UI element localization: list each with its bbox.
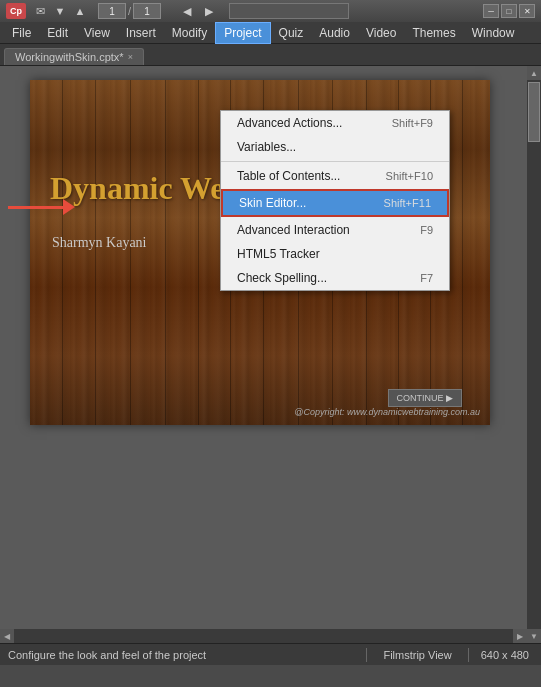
status-bar: Configure the look and feel of the proje… — [0, 643, 541, 665]
plank-line — [462, 80, 463, 425]
tab-label: WorkingwithSkin.cptx* — [15, 51, 124, 63]
menu-check-spelling[interactable]: Check Spelling... F7 — [221, 266, 449, 290]
active-tab[interactable]: WorkingwithSkin.cptx* × — [4, 48, 144, 65]
status-view: Filmstrip View — [367, 649, 467, 661]
nav-right-icon[interactable]: ▶ — [201, 3, 217, 19]
status-message: Configure the look and feel of the proje… — [0, 649, 366, 661]
total-pages: 1 — [133, 3, 161, 19]
skin-editor-label: Skin Editor... — [239, 196, 306, 210]
plank-line — [62, 80, 63, 425]
close-button[interactable]: ✕ — [519, 4, 535, 18]
scroll-thumb[interactable] — [528, 82, 540, 142]
title-bar: Cp ✉ ▼ ▲ 1 / 1 ◀ ▶ ─ □ ✕ — [0, 0, 541, 22]
scroll-up-button[interactable]: ▲ — [527, 66, 541, 80]
slide-subtitle: Sharmyn Kayani — [52, 235, 146, 251]
slide-copyright: @Copyright: www.dynamicwebtraining.com.a… — [294, 407, 480, 417]
arrow-head — [63, 199, 75, 215]
scroll-right-button[interactable]: ▶ — [513, 629, 527, 643]
check-spelling-label: Check Spelling... — [237, 271, 327, 285]
scrollbar-vertical: ▲ ▼ — [527, 66, 541, 643]
plank-line — [130, 80, 131, 425]
menu-audio[interactable]: Audio — [311, 22, 358, 44]
toc-shortcut: Shift+F10 — [386, 170, 433, 182]
menu-file[interactable]: File — [4, 22, 39, 44]
menu-html5-tracker[interactable]: HTML5 Tracker — [221, 242, 449, 266]
menu-project[interactable]: Project — [215, 22, 270, 44]
plank-line — [95, 80, 96, 425]
tab-bar: WorkingwithSkin.cptx* × — [0, 44, 541, 66]
toolbar-controls: ✉ ▼ ▲ — [32, 3, 88, 19]
red-arrow — [8, 199, 75, 215]
plank-line — [198, 80, 199, 425]
menu-edit[interactable]: Edit — [39, 22, 76, 44]
skin-editor-shortcut: Shift+F11 — [384, 197, 431, 209]
menu-window[interactable]: Window — [464, 22, 523, 44]
minimize-button[interactable]: ─ — [483, 4, 499, 18]
menu-skin-editor[interactable]: Skin Editor... Shift+F11 — [221, 189, 449, 217]
advanced-actions-shortcut: Shift+F9 — [392, 117, 433, 129]
current-page[interactable]: 1 — [98, 3, 126, 19]
toc-label: Table of Contents... — [237, 169, 340, 183]
menu-modify[interactable]: Modify — [164, 22, 215, 44]
menu-toc[interactable]: Table of Contents... Shift+F10 — [221, 164, 449, 188]
scroll-track-vertical[interactable] — [527, 80, 541, 629]
page-nav: 1 / 1 — [98, 3, 161, 19]
continue-button[interactable]: CONTINUE ▶ — [388, 389, 463, 407]
advanced-interaction-shortcut: F9 — [420, 224, 433, 236]
main-area: Dynamic Web Training Sharmyn Kayani CONT… — [0, 66, 541, 643]
maximize-button[interactable]: □ — [501, 4, 517, 18]
check-spelling-shortcut: F7 — [420, 272, 433, 284]
status-dimensions: 640 x 480 — [469, 649, 541, 661]
nav-separator: / — [128, 5, 131, 17]
advanced-actions-label: Advanced Actions... — [237, 116, 342, 130]
email-icon[interactable]: ✉ — [32, 3, 48, 19]
menu-video[interactable]: Video — [358, 22, 404, 44]
menu-bar: File Edit View Insert Modify Project Qui… — [0, 22, 541, 44]
tab-close-button[interactable]: × — [128, 52, 133, 62]
app-logo: Cp — [6, 3, 26, 19]
project-dropdown-menu[interactable]: Advanced Actions... Shift+F9 Variables..… — [220, 110, 450, 291]
dropdown-separator-1 — [221, 161, 449, 162]
scroll-down-button[interactable]: ▼ — [527, 629, 541, 643]
html5-tracker-label: HTML5 Tracker — [237, 247, 320, 261]
window-controls: ─ □ ✕ — [483, 4, 535, 18]
scroll-track-horizontal[interactable] — [14, 629, 513, 643]
advanced-interaction-label: Advanced Interaction — [237, 223, 350, 237]
menu-advanced-actions[interactable]: Advanced Actions... Shift+F9 — [221, 111, 449, 135]
down-icon[interactable]: ▼ — [52, 3, 68, 19]
menu-advanced-interaction[interactable]: Advanced Interaction F9 — [221, 218, 449, 242]
plank-line — [165, 80, 166, 425]
menu-insert[interactable]: Insert — [118, 22, 164, 44]
menu-quiz[interactable]: Quiz — [271, 22, 312, 44]
up-icon[interactable]: ▲ — [72, 3, 88, 19]
scrollbar-horizontal: ◀ ▶ — [0, 629, 527, 643]
scroll-left-button[interactable]: ◀ — [0, 629, 14, 643]
variables-label: Variables... — [237, 140, 296, 154]
menu-variables[interactable]: Variables... — [221, 135, 449, 159]
menu-themes[interactable]: Themes — [404, 22, 463, 44]
search-box[interactable] — [229, 3, 349, 19]
arrow-line — [8, 206, 63, 209]
menu-view[interactable]: View — [76, 22, 118, 44]
nav-left-icon[interactable]: ◀ — [179, 3, 195, 19]
